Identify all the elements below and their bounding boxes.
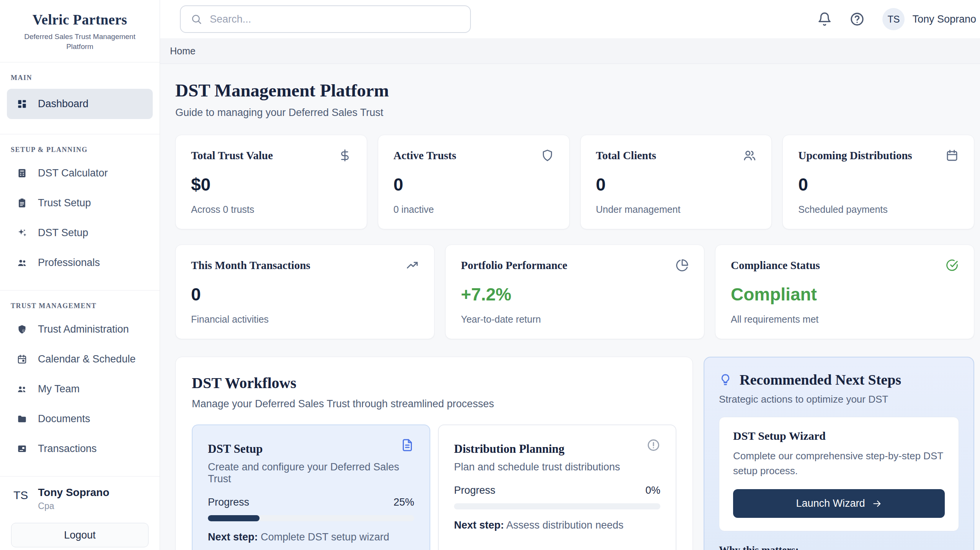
sidebar-section-label: MAIN <box>6 74 154 82</box>
sidebar-item-label: Trust Administration <box>38 323 129 335</box>
sidebar-item-dashboard[interactable]: Dashboard <box>7 89 153 119</box>
page-subtitle: Guide to managing your Deferred Sales Tr… <box>175 107 974 119</box>
sidebar-item-trust-administration[interactable]: Trust Administration <box>7 317 153 342</box>
sidebar-item-dst-setup[interactable]: DST Setup <box>7 220 153 245</box>
breadcrumb-home[interactable]: Home <box>170 46 196 57</box>
wizard-card-description: Complete our comprehensive step-by-step … <box>733 449 945 478</box>
clipboard-icon <box>17 198 27 208</box>
dashboard-icon <box>17 99 27 109</box>
stat-card-caption: All requirements met <box>731 314 959 325</box>
users-icon <box>743 149 756 162</box>
workflow-card-description: Create and configure your Deferred Sales… <box>208 461 414 485</box>
progress-fill <box>208 515 260 521</box>
calculator-icon <box>17 168 27 178</box>
stat-card-header: Total Clients <box>596 149 756 162</box>
next-step-label: Next step: <box>208 531 258 543</box>
notifications-bell-icon[interactable] <box>817 12 832 26</box>
search-box[interactable] <box>180 5 471 33</box>
stat-card-upcoming-distributions: Upcoming Distributions0Scheduled payment… <box>782 135 974 229</box>
workflow-card-title: Distribution Planning <box>454 442 565 456</box>
workflow-card-distribution-planning: Distribution PlanningPlan and schedule t… <box>438 424 676 550</box>
breadcrumb: Home <box>160 38 980 64</box>
sidebar: Velric Partners Deferred Sales Trust Man… <box>0 0 160 550</box>
sidebar-item-label: DST Setup <box>38 227 88 239</box>
team-icon <box>17 384 27 394</box>
workflow-card-description: Plan and schedule trust distributions <box>454 461 660 473</box>
recommended-subtitle: Strategic actions to optimize your DST <box>719 393 959 405</box>
page-content: DST Management Platform Guide to managin… <box>160 64 980 550</box>
stat-card-portfolio-performance: Portfolio Performance+7.2%Year-to-date r… <box>445 245 704 339</box>
logout-button[interactable]: Logout <box>11 523 149 547</box>
recommended-title: Recommended Next Steps <box>740 371 901 388</box>
stat-card-title: Upcoming Distributions <box>798 149 912 162</box>
workflow-card-header: Distribution Planning <box>454 438 660 456</box>
workflow-card-actions: Continue <box>208 543 414 550</box>
sidebar-user: TS Tony Soprano Cpa <box>11 486 149 523</box>
help-icon[interactable] <box>849 11 865 27</box>
workflows-title: DST Workflows <box>192 374 676 392</box>
stat-card-title: Portfolio Performance <box>461 259 567 272</box>
progress-label: Progress <box>208 496 249 508</box>
sidebar-section-main: MAINDashboard <box>0 62 160 134</box>
sidebar-item-label: Dashboard <box>38 98 88 110</box>
search-input[interactable] <box>210 13 460 25</box>
sidebar-section-trust-management: TRUST MANAGEMENTTrust AdministrationCale… <box>0 290 160 476</box>
sidebar-footer: TS Tony Soprano Cpa Logout <box>0 476 160 550</box>
launch-wizard-label: Launch Wizard <box>796 498 865 509</box>
pie-chart-icon <box>676 259 689 272</box>
sidebar-item-trust-setup[interactable]: Trust Setup <box>7 191 153 215</box>
launch-wizard-button[interactable]: Launch Wizard <box>733 489 945 518</box>
page-title: DST Management Platform <box>175 80 974 101</box>
stat-card-active-trusts: Active Trusts00 inactive <box>378 135 570 229</box>
stat-card-compliance-status: Compliance StatusCompliantAll requiremen… <box>715 245 974 339</box>
stat-card-caption: Across 0 trusts <box>191 204 351 215</box>
bottom-section: DST Workflows Manage your Deferred Sales… <box>175 357 974 550</box>
calendar-icon <box>946 149 959 162</box>
transactions-icon <box>17 444 27 454</box>
progress-track <box>208 515 414 521</box>
sidebar-item-calendar-schedule[interactable]: Calendar & Schedule <box>7 347 153 372</box>
lightbulb-icon <box>719 373 732 386</box>
wizard-card-title: DST Setup Wizard <box>733 429 945 442</box>
progress-percent: 0% <box>645 485 660 496</box>
stat-card-value: 0 <box>191 284 419 305</box>
stat-card-total-trust-value: Total Trust Value$0Across 0 trusts <box>175 135 367 229</box>
workflow-card-dst-setup: DST SetupCreate and configure your Defer… <box>192 424 430 550</box>
sidebar-item-label: DST Calculator <box>38 167 108 179</box>
topbar-user[interactable]: TS Tony Soprano <box>882 8 976 30</box>
stat-card-title: Total Trust Value <box>191 149 273 162</box>
user-name: Tony Soprano <box>38 486 109 499</box>
sidebar-item-label: Professionals <box>38 257 100 269</box>
stat-card-title: Compliance Status <box>731 259 820 272</box>
stat-card-value: 0 <box>394 174 554 195</box>
shield-clock-icon <box>17 324 27 335</box>
stat-card-header: Compliance Status <box>731 259 959 272</box>
wizard-card: DST Setup Wizard Complete our comprehens… <box>719 417 959 531</box>
users-filled-icon <box>17 258 27 268</box>
stat-card-value: 0 <box>596 174 756 195</box>
sidebar-item-professionals[interactable]: Professionals <box>7 250 153 275</box>
sidebar-item-label: My Team <box>38 383 80 395</box>
stat-card-header: Portfolio Performance <box>461 259 689 272</box>
next-step: Next step: Assess distribution needs <box>454 519 660 531</box>
check-circle-icon <box>946 259 959 272</box>
sidebar-section-setup-planning: SETUP & PLANNINGDST CalculatorTrust Setu… <box>0 134 160 290</box>
brand: Velric Partners Deferred Sales Trust Man… <box>0 0 160 62</box>
workflows-subtitle: Manage your Deferred Sales Trust through… <box>192 398 676 410</box>
sidebar-item-label: Calendar & Schedule <box>38 353 136 365</box>
why-title: Why this matters: <box>719 544 959 550</box>
sidebar-item-documents[interactable]: Documents <box>7 406 153 431</box>
stat-card-header: Upcoming Distributions <box>798 149 959 162</box>
brand-subtitle: Deferred Sales Trust Management Platform <box>11 32 149 51</box>
stat-card-header: This Month Transactions <box>191 259 419 272</box>
sidebar-item-transactions[interactable]: Transactions <box>7 436 153 461</box>
sidebar-item-dst-calculator[interactable]: DST Calculator <box>7 161 153 186</box>
workflow-card-actions: Start <box>454 542 660 550</box>
topbar: TS Tony Soprano <box>160 0 980 38</box>
stat-card-caption: Scheduled payments <box>798 204 959 215</box>
file-text-icon <box>400 438 414 452</box>
workflow-card-header: DST Setup <box>208 438 414 456</box>
app-window: Velric Partners Deferred Sales Trust Man… <box>0 0 980 550</box>
sidebar-item-my-team[interactable]: My Team <box>7 377 153 401</box>
stat-card-caption: Financial activities <box>191 314 419 325</box>
